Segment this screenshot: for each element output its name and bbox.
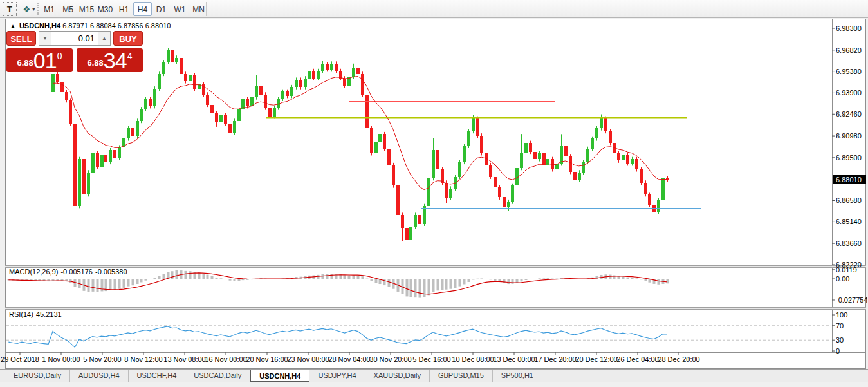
- candle: [304, 79, 307, 88]
- chart-ohlc: 6.87971 6.88084 6.87856 6.88010: [62, 22, 171, 30]
- macd-signal-line: [8, 273, 667, 294]
- tab-sp500-h1[interactable]: SP500,H1: [493, 370, 542, 382]
- buy-button[interactable]: BUY: [113, 31, 143, 46]
- rsi-tick-label: 100: [836, 311, 847, 319]
- candle: [158, 74, 161, 89]
- candle: [219, 115, 223, 122]
- candle: [458, 162, 461, 177]
- candle: [286, 91, 289, 96]
- tab-usdjpy-h4[interactable]: USDJPY,H4: [309, 370, 365, 382]
- price-tick-label: 6.89500: [836, 154, 862, 162]
- candle: [640, 169, 643, 183]
- buy-price-prefix: 6.88: [88, 58, 104, 68]
- chart-tab-bar: EURUSD,DailyAUDUSD,H4USDCHF,H4USDCAD,Dai…: [0, 369, 868, 382]
- volume-decrease-button[interactable]: ▼: [39, 32, 51, 45]
- tab-eurusd-daily[interactable]: EURUSD,Daily: [5, 370, 70, 382]
- tab-usdcnh-h4[interactable]: USDCNH,H4: [250, 370, 309, 382]
- candle: [210, 105, 214, 114]
- macd-tick-label: 0.0119: [836, 266, 857, 274]
- candle: [432, 150, 435, 178]
- candle: [193, 75, 196, 89]
- candle: [560, 146, 563, 164]
- sell-price-button[interactable]: 6.88 01 0: [6, 48, 73, 72]
- candle: [136, 121, 139, 136]
- candle: [480, 136, 483, 153]
- sell-price-pipette: 0: [57, 51, 62, 61]
- rsi-tick-label: 30: [836, 336, 844, 344]
- price-tick-label: 6.85140: [836, 218, 862, 225]
- candle: [467, 131, 470, 146]
- tab-usdcad-daily[interactable]: USDCAD,Daily: [185, 370, 250, 382]
- candle: [498, 187, 501, 197]
- candle: [131, 128, 134, 135]
- price-tick-label: 6.96820: [836, 46, 862, 54]
- sell-button[interactable]: SELL: [6, 31, 36, 46]
- candle: [175, 58, 178, 62]
- tab-gbpusd-m15[interactable]: GBPUSD,M15: [430, 370, 493, 382]
- candle: [564, 146, 568, 156]
- candle: [206, 95, 209, 105]
- candle: [184, 74, 187, 81]
- sell-price-big: 01: [33, 51, 57, 70]
- rsi-line: [8, 326, 667, 347]
- price-tick-label: 6.86580: [836, 196, 862, 204]
- candle: [392, 165, 395, 185]
- candle: [268, 108, 272, 117]
- rsi-label: RSI(14)45.2131: [9, 310, 64, 318]
- candle: [69, 100, 72, 124]
- candle: [153, 89, 156, 106]
- candle: [290, 87, 293, 96]
- candle: [631, 159, 634, 164]
- price-tick-label: 6.83660: [836, 240, 862, 247]
- candle: [273, 108, 276, 117]
- candle: [321, 64, 324, 71]
- volume-stepper: ▼ 0.01 ▲: [39, 31, 111, 46]
- candle: [82, 159, 86, 194]
- candle: [326, 64, 329, 70]
- candle: [578, 173, 581, 180]
- candle: [56, 74, 59, 82]
- candle: [140, 109, 143, 121]
- current-price-marker: 6.88010: [833, 175, 866, 184]
- candle: [295, 80, 298, 87]
- candle: [436, 150, 439, 169]
- tab-usdchf-h4[interactable]: USDCHF,H4: [129, 370, 186, 382]
- volume-input[interactable]: 0.01: [51, 32, 98, 45]
- candle: [113, 150, 116, 157]
- candle: [308, 71, 311, 78]
- candle: [87, 173, 90, 194]
- volume-increase-button[interactable]: ▲: [98, 32, 110, 45]
- candle: [335, 64, 338, 71]
- candle: [237, 109, 241, 121]
- candle: [228, 124, 232, 133]
- candle: [414, 215, 417, 227]
- price-tick-label: 6.95380: [836, 68, 862, 75]
- candle: [189, 75, 192, 81]
- candle: [511, 185, 514, 202]
- candle: [661, 178, 665, 200]
- candle: [569, 156, 572, 172]
- candle: [215, 113, 218, 122]
- candle: [595, 128, 598, 138]
- candle: [356, 68, 360, 74]
- candle: [60, 82, 64, 91]
- tab-xauusd-daily[interactable]: XAUUSD,Daily: [365, 370, 430, 382]
- candle: [582, 162, 585, 173]
- candle: [538, 153, 541, 159]
- candle: [224, 115, 227, 124]
- candle: [396, 185, 400, 215]
- candle: [445, 183, 448, 198]
- buy-price-button[interactable]: 6.88 34 4: [77, 48, 143, 72]
- candle: [73, 124, 77, 206]
- tab-audusd-h4[interactable]: AUDUSD,H4: [70, 370, 129, 382]
- candle: [476, 118, 479, 135]
- candle: [644, 183, 647, 194]
- candle: [299, 80, 302, 87]
- candle: [365, 95, 369, 128]
- chart-title: ▲USDCNH,H4 6.87971 6.88084 6.87856 6.880…: [10, 22, 171, 30]
- candle: [109, 150, 112, 162]
- buy-price-pipette: 4: [127, 51, 133, 61]
- candle: [378, 134, 382, 141]
- candle: [91, 153, 95, 173]
- candle: [617, 153, 620, 160]
